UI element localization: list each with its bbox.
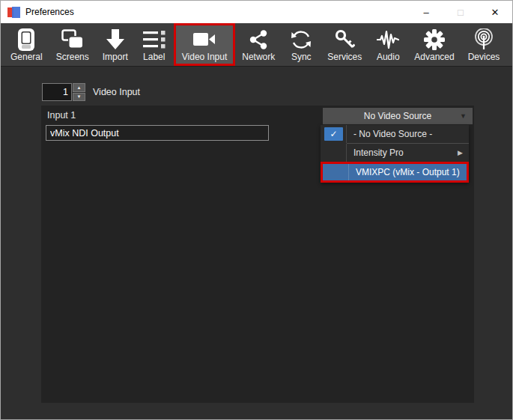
input-settings-panel: Input 1 No Video Source ▼ ✓ - No Video S…	[41, 106, 474, 403]
menu-item-no-video-source[interactable]: ✓ - No Video Source -	[321, 125, 469, 143]
tab-advanced[interactable]: Advanced	[407, 23, 461, 66]
video-input-count-field[interactable]: 1	[42, 83, 72, 101]
general-icon	[16, 27, 37, 52]
tab-label: Video Input	[182, 52, 228, 62]
menu-item-label: VMIXPC (vMix - Output 1)	[348, 164, 467, 180]
tab-label: Audio	[377, 52, 400, 62]
video-source-selected-value: No Video Source	[364, 111, 432, 121]
spin-down-button[interactable]: ▼	[73, 93, 85, 102]
key-icon	[334, 27, 355, 52]
gear-icon	[424, 27, 445, 52]
submenu-arrow-icon: ▶	[458, 149, 463, 156]
chevron-down-icon: ▼	[460, 112, 467, 120]
tab-import[interactable]: Import	[96, 23, 135, 66]
menu-icon-gutter: ✓	[321, 125, 346, 143]
tab-label: Network	[242, 52, 275, 62]
tab-screens[interactable]: Screens	[49, 23, 96, 66]
tab-label: Advanced	[414, 52, 454, 62]
broadcast-antenna-icon	[473, 27, 494, 52]
tab-label: Label	[143, 52, 165, 62]
app-icon	[7, 7, 20, 18]
video-input-settings-page: 1 ▲ ▼ Video Input Input 1 No Video Sourc…	[1, 67, 512, 420]
stepper-buttons: ▲ ▼	[73, 83, 85, 101]
menu-icon-gutter	[323, 164, 348, 180]
sync-arrows-icon	[290, 27, 312, 52]
network-share-icon	[248, 27, 269, 52]
titlebar: Preferences – □ ✕	[1, 1, 512, 23]
preferences-window: Preferences – □ ✕ General	[0, 0, 513, 420]
tab-label: Sync	[291, 52, 312, 62]
menu-icon-gutter	[321, 144, 346, 162]
tab-label: Devices	[468, 52, 500, 62]
menu-item-label: Intensity Pro	[346, 144, 469, 162]
tab-devices[interactable]: Devices	[461, 23, 507, 66]
video-source-menu: ✓ - No Video Source - Intensity Pro ▶ VM…	[321, 125, 469, 183]
input-number-label: Input 1	[47, 110, 76, 121]
import-arrow-icon	[106, 27, 125, 52]
minimize-button[interactable]: –	[409, 1, 443, 23]
label-list-icon	[143, 27, 166, 52]
tab-audio[interactable]: Audio	[368, 23, 407, 66]
tab-video-input[interactable]: Video Input	[174, 23, 236, 66]
tab-sync[interactable]: Sync	[282, 23, 321, 66]
video-input-count-stepper: 1 ▲ ▼ Video Input	[42, 83, 140, 101]
menu-item-label: - No Video Source -	[346, 125, 469, 143]
tab-label-settings[interactable]: Label	[135, 23, 174, 66]
tab-network[interactable]: Network	[235, 23, 282, 66]
menu-item-vmixpc-output[interactable]: VMIXPC (vMix - Output 1)	[321, 162, 469, 183]
tab-label: Services	[327, 52, 362, 62]
tab-label: General	[10, 52, 43, 62]
tab-label: Import	[103, 52, 128, 62]
stepper-label: Video Input	[93, 87, 140, 97]
preferences-toolbar: General Screens Import	[1, 23, 512, 67]
window-controls: – □ ✕	[409, 1, 512, 23]
input-name-field[interactable]	[46, 125, 269, 141]
maximize-button: □	[443, 1, 478, 23]
tab-general[interactable]: General	[4, 23, 49, 66]
video-camera-icon	[193, 27, 216, 52]
tab-services[interactable]: Services	[321, 23, 368, 66]
checkmark-icon: ✓	[324, 127, 343, 141]
screens-icon	[61, 27, 84, 52]
close-button[interactable]: ✕	[478, 1, 512, 23]
audio-waveform-icon	[377, 27, 399, 52]
menu-item-intensity-pro[interactable]: Intensity Pro ▶	[321, 144, 469, 162]
spin-up-button[interactable]: ▲	[73, 83, 85, 92]
window-title: Preferences	[25, 7, 74, 17]
video-source-dropdown[interactable]: No Video Source ▼	[323, 108, 473, 124]
tab-label: Screens	[56, 52, 89, 62]
